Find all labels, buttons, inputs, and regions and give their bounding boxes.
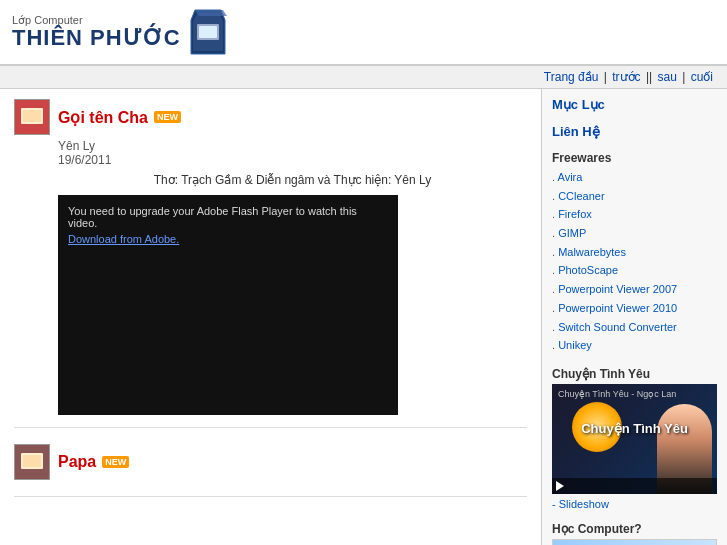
sidebar-chuyen-video-text: Chuyện Tình Yêu bbox=[581, 420, 688, 435]
sidebar-chuyen-title: Chuyện Tình Yêu bbox=[552, 367, 717, 381]
nav-truoc[interactable]: trước bbox=[612, 70, 640, 84]
list-item: Powerpoint Viewer 2007 bbox=[552, 280, 717, 299]
sidebar-chuyen-video-box[interactable]: Chuyện Tình Yêu - Ngọc Lan Chuyện Tình Y… bbox=[552, 384, 717, 494]
post-1-title[interactable]: Gọi tên Cha bbox=[58, 108, 148, 127]
freeware-avira[interactable]: Avira bbox=[558, 171, 583, 183]
post-2-title[interactable]: Papa bbox=[58, 453, 96, 471]
freeware-gimp[interactable]: GIMP bbox=[558, 227, 586, 239]
freeware-malwarebytes[interactable]: Malwarebytes bbox=[558, 246, 626, 258]
post-1-thumb-icon bbox=[17, 102, 47, 132]
svg-rect-7 bbox=[23, 110, 41, 122]
svg-marker-4 bbox=[195, 10, 227, 16]
list-item: CCleaner bbox=[552, 187, 717, 206]
nav-sep1: | bbox=[604, 70, 610, 84]
post-1-date: 19/6/2011 bbox=[58, 153, 111, 167]
list-item: Powerpoint Viewer 2010 bbox=[552, 299, 717, 318]
nav-sep3: | bbox=[682, 70, 688, 84]
sidebar-chuyen-video-title: Chuyện Tình Yêu - Ngọc Lan bbox=[558, 389, 676, 401]
sidebar: Mục Lục Liên Hệ Freewares Avira CCleaner… bbox=[542, 89, 727, 545]
nav-sau[interactable]: sau bbox=[658, 70, 677, 84]
post-1-author: Yên Ly bbox=[58, 139, 95, 153]
logo-text-container: Lớp Computer THIÊN PHƯỚC bbox=[12, 15, 181, 50]
list-item: Unikey bbox=[552, 336, 717, 355]
header: Lớp Computer THIÊN PHƯỚC bbox=[0, 0, 727, 66]
nav-trang-dau[interactable]: Trang đầu bbox=[544, 70, 599, 84]
sidebar-lien-he: Liên Hệ bbox=[552, 124, 717, 139]
content-area: Gọi tên Cha NEW Yên Ly 19/6/2011 Thơ: Tr… bbox=[0, 89, 542, 545]
list-item: PhotoScape bbox=[552, 261, 717, 280]
list-item: GIMP bbox=[552, 224, 717, 243]
post-2-thumb bbox=[14, 444, 50, 480]
list-item: Malwarebytes bbox=[552, 243, 717, 262]
nav-sep2: || bbox=[646, 70, 656, 84]
sidebar-hoc-inner: Học Computer? You're Beautiful bbox=[553, 540, 716, 545]
sidebar-muc-luc-link[interactable]: Mục Lục bbox=[552, 97, 717, 112]
freeware-photoscape[interactable]: PhotoScape bbox=[558, 264, 618, 276]
play-icon bbox=[556, 481, 566, 491]
nav-cuoi[interactable]: cuối bbox=[691, 70, 713, 84]
main-layout: Gọi tên Cha NEW Yên Ly 19/6/2011 Thơ: Tr… bbox=[0, 89, 727, 545]
list-item: Avira bbox=[552, 168, 717, 187]
freeware-switchsound[interactable]: Switch Sound Converter bbox=[558, 321, 677, 333]
logo-icon bbox=[187, 8, 229, 58]
post-2: Papa NEW bbox=[14, 444, 527, 497]
logo-big-text: THIÊN PHƯỚC bbox=[12, 26, 181, 50]
freeware-ppviewer2007[interactable]: Powerpoint Viewer 2007 bbox=[558, 283, 677, 295]
post-1-video: You need to upgrade your Adobe Flash Pla… bbox=[58, 195, 398, 415]
sidebar-muc-luc: Mục Lục bbox=[552, 97, 717, 112]
navbar: Trang đầu | trước || sau | cuối bbox=[0, 66, 727, 89]
post-1-thumb bbox=[14, 99, 50, 135]
sidebar-hoc-video-box[interactable]: Học Computer? You're Beautiful bbox=[552, 539, 717, 545]
sidebar-freewares-list: Avira CCleaner Firefox GIMP Malwarebytes… bbox=[552, 168, 717, 355]
sidebar-slideshow-link[interactable]: - Slideshow bbox=[552, 498, 717, 510]
sidebar-hoc-title: Học Computer? bbox=[552, 522, 717, 536]
sidebar-chuyen-tinh-yeu: Chuyện Tình Yêu Chuyện Tình Yêu - Ngọc L… bbox=[552, 367, 717, 510]
sidebar-chuyen-video-inner: Chuyện Tình Yêu - Ngọc Lan Chuyện Tình Y… bbox=[552, 384, 717, 494]
post-1-header: Gọi tên Cha NEW bbox=[14, 99, 527, 135]
freeware-ppviewer2010[interactable]: Powerpoint Viewer 2010 bbox=[558, 302, 677, 314]
list-item: Firefox bbox=[552, 205, 717, 224]
sidebar-lien-he-link[interactable]: Liên Hệ bbox=[552, 124, 717, 139]
video-download-link[interactable]: Download from Adobe. bbox=[68, 233, 388, 245]
sidebar-chuyen-video-bar bbox=[552, 478, 717, 494]
post-2-thumb-icon bbox=[17, 447, 47, 477]
freeware-ccleaner[interactable]: CCleaner bbox=[558, 190, 604, 202]
sidebar-hoc-computer: Học Computer? Học Computer? You're Beaut… bbox=[552, 522, 717, 545]
freeware-unikey[interactable]: Unikey bbox=[558, 339, 592, 351]
list-item: Switch Sound Converter bbox=[552, 318, 717, 337]
svg-rect-3 bbox=[199, 26, 217, 38]
post-2-badge: NEW bbox=[102, 456, 129, 468]
post-1-meta: Yên Ly 19/6/2011 bbox=[58, 139, 527, 167]
svg-rect-10 bbox=[23, 455, 41, 467]
freeware-firefox[interactable]: Firefox bbox=[558, 208, 592, 220]
post-1: Gọi tên Cha NEW Yên Ly 19/6/2011 Thơ: Tr… bbox=[14, 99, 527, 428]
post-1-poem: Thơ: Trạch Gầm & Diễn ngâm và Thực hiện:… bbox=[58, 173, 527, 187]
sidebar-freewares: Freewares Avira CCleaner Firefox GIMP Ma… bbox=[552, 151, 717, 355]
post-1-badge: NEW bbox=[154, 111, 181, 123]
sidebar-freewares-title: Freewares bbox=[552, 151, 717, 165]
video-upgrade-msg: You need to upgrade your Adobe Flash Pla… bbox=[68, 205, 388, 229]
post-2-header: Papa NEW bbox=[14, 444, 527, 480]
